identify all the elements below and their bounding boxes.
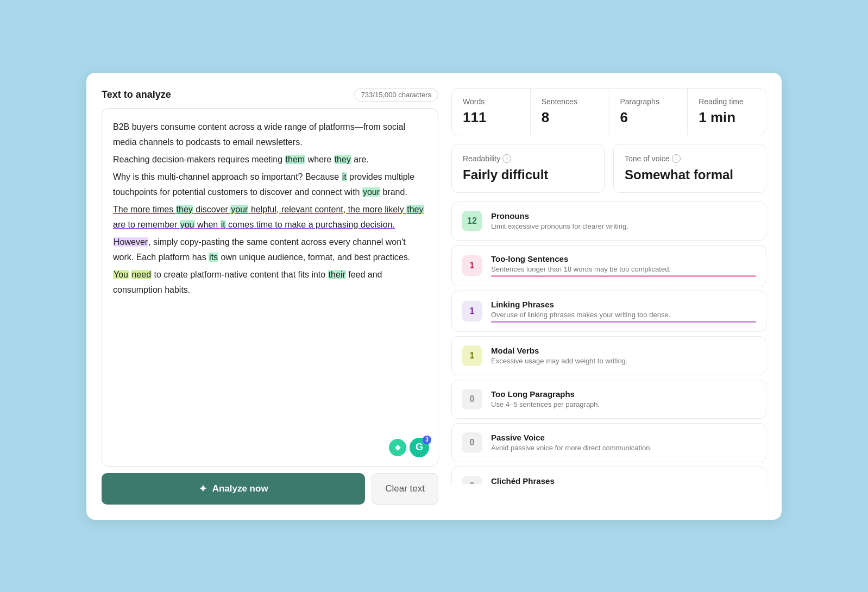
- action-buttons: ✦ Analyze now Clear text: [102, 473, 438, 505]
- metric-item[interactable]: 1 Modal Verbs Excessive usage may add we…: [451, 336, 766, 375]
- diamond-icon[interactable]: ◆: [389, 439, 406, 456]
- metric-desc: Use 4–5 sentences per paragraph.: [491, 400, 756, 408]
- highlight-them: them: [285, 155, 306, 164]
- metric-info: Too Long Paragraphs Use 4–5 sentences pe…: [491, 389, 756, 408]
- metric-item[interactable]: 1 Too-long Sentences Sentences longer th…: [451, 245, 766, 286]
- paragraph-1: B2B buyers consume content across a wide…: [113, 119, 427, 150]
- metric-badge: 12: [462, 211, 482, 231]
- highlight-their: their: [328, 270, 346, 279]
- main-container: Text to analyze 733/15,000 characters B2…: [86, 73, 782, 520]
- metric-title: Modal Verbs: [491, 346, 756, 355]
- clear-button[interactable]: Clear text: [372, 473, 438, 505]
- tone-info-icon[interactable]: i: [672, 154, 681, 163]
- stat-paragraphs: Paragraphs 6: [609, 89, 688, 135]
- analyze-button[interactable]: ✦ Analyze now: [102, 473, 365, 505]
- metrics-list: 12 Pronouns Limit excessive pronouns for…: [451, 201, 766, 484]
- highlight-however: However: [113, 237, 148, 247]
- stat-sentences: Sentences 8: [531, 89, 609, 135]
- paragraph-6: You need to create platform-native conte…: [113, 267, 427, 298]
- metric-title: Clichéd Phrases: [491, 476, 756, 484]
- paragraph-5: However, simply copy-pasting the same co…: [113, 235, 427, 265]
- metric-info: Passive Voice Avoid passive voice for mo…: [491, 433, 756, 452]
- metric-item[interactable]: 0 Too Long Paragraphs Use 4–5 sentences …: [451, 380, 766, 419]
- metric-item[interactable]: 0 Clichéd Phrases Avoid overused phrases…: [451, 467, 766, 484]
- metric-info: Too-long Sentences Sentences longer than…: [491, 254, 756, 277]
- analyze-icon: ✦: [199, 483, 207, 495]
- highlight-it2: it: [221, 220, 226, 229]
- highlight-need: need: [131, 270, 152, 279]
- metric-info: Linking Phrases Overuse of linking phras…: [491, 300, 756, 323]
- metric-title: Passive Voice: [491, 433, 756, 442]
- metric-badge: 1: [462, 345, 482, 366]
- metric-desc: Avoid passive voice for more direct comm…: [491, 444, 756, 452]
- highlight-they2: they: [176, 205, 193, 214]
- readability-info-icon[interactable]: i: [502, 154, 511, 163]
- score-cards: Readability i Fairly difficult Tone of v…: [451, 144, 766, 193]
- right-panel: Words 111 Sentences 8 Paragraphs 6 Readi…: [451, 88, 766, 505]
- metric-item[interactable]: 0 Passive Voice Avoid passive voice for …: [451, 423, 766, 462]
- long-sentence-highlight: The more times they discover your helpfu…: [113, 205, 424, 229]
- left-panel: Text to analyze 733/15,000 characters B2…: [102, 88, 438, 505]
- text-header: Text to analyze 733/15,000 characters: [102, 88, 438, 102]
- metric-info: Pronouns Limit excessive pronouns for cl…: [491, 211, 756, 230]
- metric-desc: Excessive usage may add weight to writin…: [491, 357, 756, 365]
- grammarly-icon[interactable]: G 3: [410, 438, 429, 457]
- tone-card: Tone of voice i Somewhat formal: [613, 144, 766, 193]
- highlight-they: they: [334, 155, 351, 164]
- highlight-its: its: [209, 253, 218, 262]
- text-area-icons: ◆ G 3: [389, 438, 429, 457]
- metric-title: Linking Phrases: [491, 300, 756, 309]
- metric-title: Too Long Paragraphs: [491, 389, 756, 399]
- tone-value: Somewhat formal: [625, 167, 755, 182]
- metric-item[interactable]: 12 Pronouns Limit excessive pronouns for…: [451, 201, 766, 241]
- text-area[interactable]: B2B buyers consume content across a wide…: [102, 108, 438, 467]
- paragraph-3: Why is this multi-channel approach so im…: [113, 169, 427, 200]
- highlight-your2: your: [230, 205, 248, 214]
- highlight-you: you: [180, 220, 195, 229]
- metric-badge: 0: [462, 389, 482, 410]
- metric-badge: 1: [462, 301, 482, 322]
- metric-desc: Overuse of linking phrases makes your wr…: [491, 311, 756, 319]
- metric-title: Pronouns: [491, 211, 756, 221]
- metric-info: Clichéd Phrases Avoid overused phrases f…: [491, 476, 756, 484]
- paragraph-2: Reaching decision-makers requires meetin…: [113, 152, 427, 167]
- readability-value: Fairly difficult: [463, 167, 593, 182]
- highlight-you2: You: [113, 270, 129, 279]
- metric-desc: Limit excessive pronouns for clearer wri…: [491, 222, 756, 230]
- stat-reading-time: Reading time 1 min: [688, 89, 766, 135]
- metric-item[interactable]: 1 Linking Phrases Overuse of linking phr…: [451, 291, 766, 332]
- metric-desc: Sentences longer than 18 words may be to…: [491, 265, 756, 273]
- metric-title: Too-long Sentences: [491, 254, 756, 263]
- metric-info: Modal Verbs Excessive usage may add weig…: [491, 346, 756, 365]
- grammarly-badge: 3: [423, 436, 431, 444]
- readability-card: Readability i Fairly difficult: [451, 144, 605, 193]
- text-title: Text to analyze: [102, 89, 171, 100]
- metric-badge: 1: [462, 255, 482, 276]
- stat-words: Words 111: [452, 89, 531, 135]
- stats-bar: Words 111 Sentences 8 Paragraphs 6 Readi…: [451, 88, 766, 135]
- highlight-it: it: [342, 172, 347, 181]
- highlight-your: your: [362, 187, 380, 197]
- metric-badge: 0: [462, 476, 482, 484]
- text-content: B2B buyers consume content across a wide…: [113, 119, 427, 298]
- metric-badge: 0: [462, 432, 482, 453]
- highlight-they3: they: [406, 205, 424, 214]
- char-count: 733/15,000 characters: [354, 88, 438, 102]
- paragraph-4: The more times they discover your helpfu…: [113, 202, 427, 232]
